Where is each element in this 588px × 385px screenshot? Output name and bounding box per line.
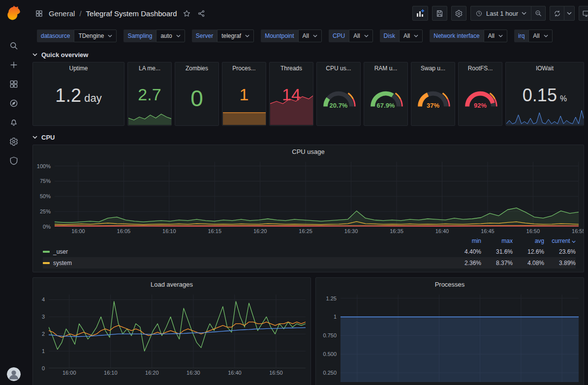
dashboard-settings-button[interactable] (451, 6, 466, 21)
cpu-usage-chart[interactable] (55, 162, 579, 227)
add-panel-icon (416, 9, 425, 18)
panel-swap-usage-gauge: Swap u... 37% (411, 62, 455, 126)
gauge-value: 37% (411, 102, 455, 109)
panel-title[interactable]: Proces... (222, 62, 266, 74)
alerting-button[interactable] (3, 113, 25, 131)
variable-value-dropdown[interactable]: All (484, 30, 507, 42)
x-axis (340, 382, 579, 385)
time-range-picker[interactable]: Last 1 hour (470, 6, 531, 21)
panel-title[interactable]: IOWait (506, 62, 584, 74)
legend-header-row: min max avg current (43, 236, 576, 246)
chevron-down-icon (498, 34, 503, 37)
legend-series-toggle[interactable]: _user (43, 248, 450, 255)
panel-title[interactable]: Processes (316, 278, 584, 292)
panel-title[interactable]: LA me... (128, 62, 171, 74)
add-panel-button[interactable] (412, 6, 428, 21)
variable-datasource: datasource TDengine (37, 30, 117, 42)
variable-network-interface: Network interface All (430, 30, 507, 42)
row-toggle-quick-overview[interactable]: Quick overview (32, 47, 584, 62)
server-admin-button[interactable] (3, 151, 25, 170)
gauge-value: 67.9% (364, 102, 407, 109)
panel-load-averages: Load averages 43210 16:0016:1016:2016:30… (32, 277, 311, 385)
top-navigation: General / Telegraf System Dashboard (27, 0, 588, 27)
grafana-logo[interactable] (6, 5, 22, 21)
chevron-down-icon (364, 34, 369, 37)
breadcrumb-separator: / (79, 9, 81, 18)
refresh-interval-dropdown[interactable] (564, 6, 575, 21)
chevron-down-icon (245, 34, 249, 37)
explore-button[interactable] (3, 94, 25, 112)
legend-col-min[interactable]: min (450, 237, 481, 244)
configuration-button[interactable] (3, 132, 25, 150)
panel-title[interactable]: Uptime (33, 62, 124, 74)
panel-title[interactable]: RootFS... (459, 62, 502, 74)
legend-avg: 1.19% (513, 271, 544, 273)
legend-min: 0.686% (450, 271, 481, 273)
variable-value-dropdown[interactable]: All (349, 30, 372, 42)
panel-rootfs-gauge: RootFS... 92% (458, 62, 502, 126)
variable-value-dropdown[interactable]: All (399, 30, 423, 42)
star-icon[interactable] (182, 8, 192, 19)
search-button[interactable] (3, 36, 25, 55)
legend-current: 23.6% (544, 248, 576, 255)
legend-current: 1.34% (544, 271, 576, 273)
variable-disk: Disk All (380, 30, 423, 42)
load-averages-chart[interactable] (49, 295, 306, 368)
bell-icon (9, 118, 19, 127)
zoom-out-icon (534, 9, 542, 17)
panel-title[interactable]: RAM u... (364, 62, 407, 74)
panel-title[interactable]: CPU usage (33, 145, 584, 159)
refresh-button[interactable] (550, 6, 564, 21)
stat-value: 14 (270, 74, 313, 125)
gauge: 20.7% (317, 79, 360, 110)
share-icon[interactable] (196, 8, 207, 19)
gauge: 37% (411, 79, 455, 110)
breadcrumb-title: Telegraf System Dashboard (86, 9, 177, 18)
legend-series-toggle[interactable]: system (43, 260, 450, 267)
legend-col-current[interactable]: current (544, 237, 576, 244)
zoom-out-time-button[interactable] (531, 6, 546, 21)
create-button[interactable] (3, 56, 25, 74)
variable-value-dropdown[interactable]: telegraf (217, 30, 254, 42)
gear-icon (9, 137, 19, 147)
panel-processes: Processes 1.2510.7500.5000.250 (315, 277, 584, 385)
series-swatch (43, 251, 50, 253)
variable-value-dropdown[interactable]: All (528, 30, 552, 42)
x-axis: 16:0016:0516:1016:1516:2016:2516:3016:35… (55, 227, 579, 235)
cpu-legend: min max avg current _user 4.40% 31.6% 12… (33, 235, 584, 272)
save-icon (435, 9, 444, 18)
panel-title[interactable]: Threads (270, 62, 313, 74)
variable-value-dropdown[interactable]: auto (156, 30, 185, 42)
legend-series-toggle[interactable]: _iowait (43, 271, 450, 273)
panel-uptime: Uptime 1.2day (32, 62, 124, 126)
series-swatch (43, 262, 50, 264)
legend-row-iowait: _iowait 0.686% 4.11% 1.19% 1.34% (43, 268, 576, 272)
panel-title[interactable]: Load averages (33, 278, 310, 292)
panel-zombies: Zombies 0 (175, 62, 219, 126)
panel-la-medium: LA me... 2.7 (127, 62, 172, 126)
legend-col-avg[interactable]: avg (513, 237, 544, 244)
apps-grid-icon[interactable] (34, 8, 44, 19)
stat-value: 0 (175, 74, 218, 125)
breadcrumb: General / Telegraf System Dashboard (34, 8, 207, 19)
dashboards-button[interactable] (3, 75, 25, 93)
variable-label: Sampling (124, 30, 156, 42)
row-toggle-cpu[interactable]: CPU (32, 130, 584, 145)
variable-value-dropdown[interactable]: All (298, 30, 322, 42)
breadcrumb-section[interactable]: General (49, 9, 75, 18)
panel-cpu-usage-gauge: CPU us... 20.7% (316, 62, 361, 126)
variable-value-dropdown[interactable]: TDengine (74, 30, 117, 42)
chevron-down-icon (108, 34, 112, 37)
panel-title[interactable]: Swap u... (411, 62, 455, 74)
legend-col-max[interactable]: max (481, 237, 513, 244)
panel-threads: Threads 14 (269, 62, 313, 126)
processes-chart[interactable] (340, 295, 579, 382)
panel-title[interactable]: CPU us... (317, 62, 360, 74)
monitor-icon (582, 9, 588, 18)
panel-title[interactable]: Zombies (175, 62, 218, 74)
tv-mode-button[interactable] (579, 6, 588, 21)
compass-icon (9, 98, 19, 108)
save-dashboard-button[interactable] (432, 6, 447, 21)
sidebar-nav (3, 36, 25, 170)
user-avatar[interactable] (7, 367, 21, 381)
